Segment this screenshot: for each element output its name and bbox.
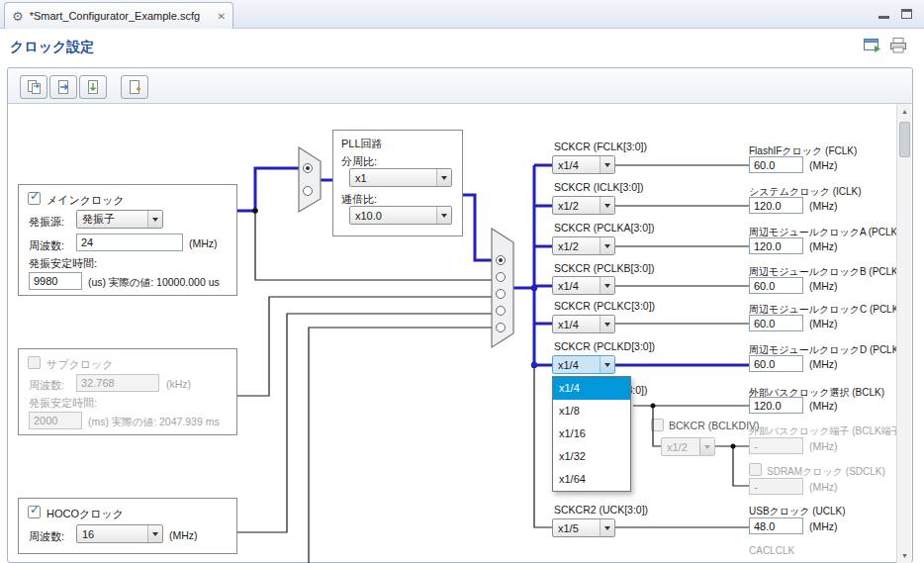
pll-source-mux xyxy=(299,147,321,212)
pll-source-radio-sub[interactable] xyxy=(304,187,313,196)
vertical-scrollbar[interactable]: ▲ ▼ xyxy=(896,104,911,563)
dropdown-option[interactable]: x1/32 xyxy=(553,445,630,468)
scroll-down-icon[interactable]: ▼ xyxy=(897,548,912,563)
dropdown-option[interactable]: x1/64 xyxy=(553,468,630,491)
pclkd-divider-dropdown-list: x1/4 x1/8 x1/16 x1/32 x1/64 xyxy=(552,376,631,492)
clock-source-radio-loco[interactable] xyxy=(497,324,506,332)
clock-source-radio-hoco[interactable] xyxy=(497,307,506,316)
scroll-up-icon[interactable]: ▲ xyxy=(897,104,912,119)
clock-source-radio-main[interactable] xyxy=(497,273,506,282)
clock-source-radio-sub[interactable] xyxy=(497,290,506,299)
dropdown-option[interactable]: x1/8 xyxy=(553,400,630,422)
clock-wiring-diagram xyxy=(0,0,924,563)
dropdown-option-selected[interactable]: x1/4 xyxy=(553,377,630,400)
smart-configurator-window: ⚙ *Smart_Configurator_Example.scfg ✕ クロッ… xyxy=(0,0,924,563)
dropdown-option[interactable]: x1/16 xyxy=(553,422,630,445)
scrollbar-thumb[interactable] xyxy=(899,122,910,157)
